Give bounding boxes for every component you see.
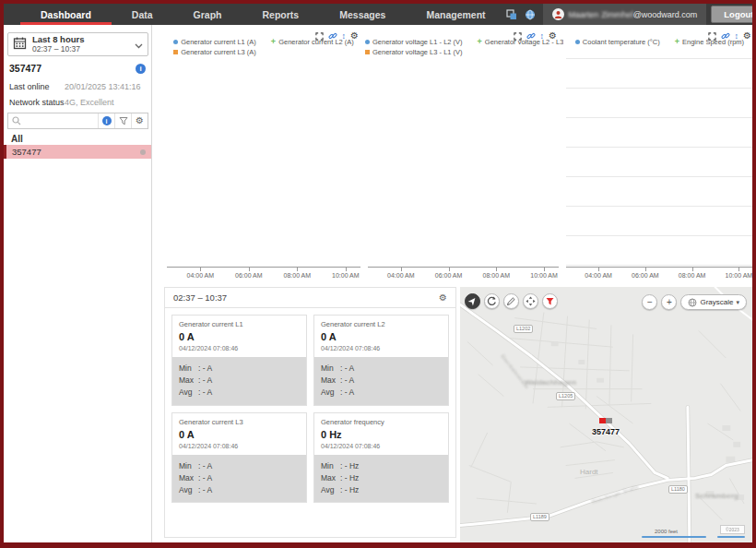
tab-reports[interactable]: Reports: [242, 4, 320, 25]
link-icon[interactable]: [526, 31, 536, 41]
card-title: Generator current L1: [179, 320, 300, 328]
globe-icon: [688, 298, 697, 307]
stats-header: 02:37 – 10:37 ⚙: [165, 288, 455, 308]
card-minmaxavg: Min- A Max- A Avg- A: [314, 357, 448, 405]
place-label: Hardt: [580, 468, 598, 476]
chart-legend: Generator current L1 (A) +Generator curr…: [173, 38, 354, 56]
tab-dashboard[interactable]: Dashboard: [20, 4, 112, 25]
card-minmaxavg: Min- Hz Max- Hz Avg- Hz: [314, 455, 448, 503]
stat-card-current-l1: Generator current L1 0 A 04/12/2024 07:0…: [171, 315, 307, 406]
chart-x-axis: 04:00 AM 06:00 AM 08:00 AM 10:00 AM: [167, 267, 360, 268]
gear-icon[interactable]: ⚙: [549, 31, 557, 41]
zoom-out-button[interactable]: −: [642, 294, 657, 310]
device-group-label: All: [11, 134, 23, 144]
time-range-dropdown[interactable]: Last 8 hours 02:37 – 10:37: [7, 32, 148, 56]
card-timestamp: 04/12/2024 07:08:46: [179, 443, 300, 449]
gear-icon[interactable]: ⚙: [350, 31, 359, 41]
legend-item[interactable]: Generator current L1 (A): [173, 38, 256, 46]
x-tick-label: 04:00 AM: [187, 272, 215, 279]
search-info-icon[interactable]: i: [98, 113, 114, 128]
expand-icon[interactable]: [514, 32, 522, 41]
x-tick-label: 10:00 AM: [332, 272, 360, 279]
devices-icon[interactable]: [506, 8, 518, 20]
swap-vertical-icon[interactable]: ↕: [342, 32, 347, 41]
tab-data[interactable]: Data: [112, 4, 173, 25]
map-style-label: Grayscale: [700, 298, 733, 306]
user-avatar-icon: [552, 8, 564, 20]
search-input[interactable]: [25, 115, 98, 126]
logout-button[interactable]: Logout: [711, 6, 752, 23]
link-icon[interactable]: [721, 31, 730, 41]
map-device-marker[interactable]: 357477: [592, 411, 620, 436]
chart-plot-area[interactable]: [368, 58, 559, 267]
chart-legend: Generator voltage L1 - L2 (V) +Generator…: [365, 38, 574, 56]
swap-vertical-icon[interactable]: ↕: [540, 32, 545, 41]
device-id: 357477: [9, 63, 41, 74]
legend-item[interactable]: Generator voltage L3 - L1 (V): [365, 48, 463, 56]
x-tick-label: 08:00 AM: [483, 272, 511, 279]
network-status-row: Network status 4G, Excellent: [9, 98, 148, 107]
stat-card-current-l3: Generator current L3 0 A 04/12/2024 07:0…: [171, 412, 307, 504]
card-title: Generator frequency: [321, 418, 442, 426]
legend-item[interactable]: Generator current L3 (A): [173, 48, 256, 56]
zoom-in-button[interactable]: +: [661, 294, 677, 310]
settings-gear-icon[interactable]: ⚙: [131, 113, 148, 128]
card-value: 0 A: [179, 331, 300, 342]
marker-label: 357477: [592, 427, 620, 436]
chart-toolbar: ↕ ⚙: [708, 31, 751, 41]
map-panel[interactable]: L1202 L1205 L1180 L1189 Waldachhagen Har…: [460, 287, 752, 542]
map-filter-icon[interactable]: [542, 293, 558, 309]
tab-graph[interactable]: Graph: [173, 4, 242, 25]
last-online-row: Last online 20/01/2025 13:41:16: [9, 82, 148, 91]
network-status-value: 4G, Excellent: [65, 98, 114, 107]
x-tick-label: 04:00 AM: [585, 272, 612, 279]
series-marker-plus: +: [271, 40, 276, 44]
expand-icon[interactable]: [708, 32, 716, 41]
gear-icon[interactable]: ⚙: [439, 293, 447, 303]
tab-management[interactable]: Management: [406, 4, 505, 25]
stat-cards-grid: Generator current L1 0 A 04/12/2024 07:0…: [165, 308, 455, 509]
last-online-label: Last online: [9, 82, 65, 91]
info-icon[interactable]: i: [136, 64, 146, 74]
chart-plot-area[interactable]: [566, 58, 752, 267]
filter-icon[interactable]: [114, 113, 131, 128]
device-list-item-selected[interactable]: 357477: [4, 145, 151, 159]
chart-x-axis: 04:00 AM 06:00 AM 08:00 AM 10:00 AM: [566, 267, 752, 268]
card-timestamp: 04/12/2024 07:08:46: [321, 345, 442, 351]
device-header: 357477 i: [9, 63, 146, 74]
link-icon[interactable]: [328, 31, 337, 41]
globe-icon[interactable]: [525, 8, 537, 20]
chart-generator-current: ↕ ⚙ Generator current L1 (A) +Generator …: [164, 25, 363, 283]
rotate-icon[interactable]: [484, 293, 500, 309]
user-account[interactable]: Maarten Zimmhel@woodward.com: [543, 4, 707, 25]
card-title: Generator current L3: [179, 418, 300, 426]
expand-icon[interactable]: [315, 32, 324, 41]
x-tick-label: 08:00 AM: [284, 272, 312, 279]
legend-item[interactable]: Generator voltage L1 - L2 (V): [365, 38, 463, 46]
gear-icon[interactable]: ⚙: [743, 31, 751, 41]
top-nav: Dashboard Data Graph Reports Messages Ma…: [4, 4, 752, 25]
x-tick-label: 10:00 AM: [530, 272, 558, 279]
map-scale: 2000 feet ©2023: [642, 523, 745, 538]
x-tick-label: 06:00 AM: [235, 272, 263, 279]
network-status-label: Network status: [9, 98, 65, 107]
fit-extent-icon[interactable]: [523, 293, 538, 309]
last-online-value: 20/01/2025 13:41:16: [65, 82, 141, 91]
chart-x-axis: 04:00 AM 06:00 AM 08:00 AM 10:00 AM: [368, 267, 559, 268]
chart-plot-area[interactable]: [167, 58, 360, 267]
place-label: Schramberg: [695, 492, 738, 500]
legend-item[interactable]: Coolant temperature (°C): [575, 38, 660, 46]
tab-messages[interactable]: Messages: [319, 4, 406, 25]
marker-flag-icon: [599, 418, 612, 423]
draw-icon[interactable]: [503, 293, 519, 309]
stat-card-frequency: Generator frequency 0 Hz 04/12/2024 07:0…: [313, 412, 449, 504]
map-tools: [465, 293, 558, 309]
x-tick-label: 04:00 AM: [387, 272, 415, 279]
stats-time-range: 02:37 – 10:37: [173, 292, 227, 303]
card-value: 0 A: [321, 331, 442, 342]
map-style-dropdown[interactable]: Grayscale ▾: [680, 294, 747, 310]
series-marker-square: [365, 50, 370, 54]
compass-icon[interactable]: [465, 293, 480, 309]
scale-label: 2000 feet: [655, 529, 678, 534]
swap-vertical-icon[interactable]: ↕: [735, 32, 739, 41]
